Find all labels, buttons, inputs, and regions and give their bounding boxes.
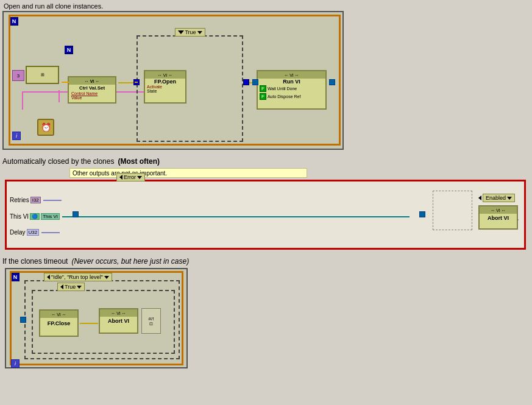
tunnel-right2 [252, 79, 258, 85]
n-terminal-inner: N [65, 46, 73, 54]
wait-until-done-label: Wait Until Done [268, 86, 297, 91]
middle-diagram: Error Retries I32 This VI 🔵 This VI Dela… [5, 180, 526, 250]
delay-type: U32 [27, 229, 40, 236]
error-case-selector[interactable]: Error [116, 173, 145, 181]
abort-vi-bottom-top: ↔ VI ↔ [111, 311, 126, 315]
fp-activate-label: Activate [145, 85, 185, 89]
idle-case-label: "Idle", "Run top level" [51, 274, 103, 280]
fp-close-vi-top: ↔ VI ↔ [51, 312, 66, 317]
middle-subnote: Other outputs are not as important. [69, 168, 307, 178]
fp-close-label: FP.Close [40, 318, 77, 326]
middle-label: Automatically closed by the clones [2, 157, 114, 166]
pink-wire-v [22, 91, 23, 110]
delay-label: Delay [10, 229, 26, 236]
run-vi-node[interactable]: ↔ VI ↔ Run VI F Wait Until Done F Auto D… [257, 70, 327, 110]
abort-vi-terminal: ▪ [517, 217, 519, 222]
thisvi-terminal: 🔵 [30, 213, 40, 220]
tunnel-right [243, 79, 249, 85]
ctrl-value-label: Value [69, 96, 115, 100]
right-nodes: Enabled ↔ VI ↔ Abort VI ▪ [478, 194, 518, 230]
ctrl-name-label: Control Name [69, 91, 115, 96]
retries-row: Retries I32 [10, 197, 62, 203]
i-terminal-bottom: i [12, 132, 21, 140]
error-cluster-icon: ⊡ [149, 322, 153, 326]
middle-header: Automatically closed by the clones (Most… [2, 155, 530, 167]
bottom-note: (Never occurs, but here just in case) [71, 257, 189, 266]
fp-close-node[interactable]: ↔ VI ↔ FP.Close [39, 309, 79, 337]
inner-dashed-box [433, 191, 472, 230]
enabled-left-arrow [478, 195, 481, 200]
idle-case-selector[interactable]: "Idle", "Run top level" [44, 273, 112, 281]
mid-tunnel-right [419, 211, 425, 217]
abort-vi-label-top: ↔ VI ↔ [491, 208, 506, 213]
bottom-label: If the clones timeout [2, 257, 68, 266]
delay-row: Delay U32 [10, 229, 60, 236]
middle-note: (Most often) [118, 157, 160, 166]
fp-open-vi-label: ↔ VI ↔ [158, 73, 173, 77]
true-case-struct: True ↔ VI ↔ FP.Open Activate State [137, 35, 243, 142]
dispose-f-terminal: F [260, 93, 266, 100]
retries-wire [43, 200, 62, 201]
idle-case-struct: "Idle", "Run top level" True ↔ VI ↔ [24, 280, 180, 359]
true-inner-selector[interactable]: True [57, 283, 85, 291]
true-case-selector[interactable]: True [174, 28, 205, 37]
bottom-header: If the clones timeout (Never occurs, but… [2, 255, 530, 267]
orange-wire2 [135, 82, 138, 83]
vi-label: ↔ VI ↔ [85, 79, 100, 83]
pink-wire-v2 [59, 90, 60, 102]
wait-f-terminal: F [260, 85, 266, 92]
timer-node[interactable]: ⏰ [37, 119, 54, 136]
fp-state-label: State [145, 89, 185, 93]
ctrl-val-set-label: Ctrl Val.Set [69, 85, 115, 91]
enabled-selector[interactable]: Enabled [483, 194, 515, 202]
enabled-dropdown-container: Enabled [478, 194, 518, 202]
thisvi-long-wire [62, 216, 410, 217]
bundle-node: ⊞ [26, 66, 59, 84]
enabled-label: Enabled [486, 195, 506, 201]
hash-icon: #/! [149, 316, 154, 322]
abort-vi-label: Abort VI [480, 214, 517, 221]
numeric-3: 3 [12, 70, 24, 81]
error-label: Error [124, 174, 136, 180]
top-diagram: N N 3 ⊞ ⏰ i ↔ VI ↔ [2, 11, 344, 150]
abort-vi-bottom-node[interactable]: ↔ VI ↔ Abort VI [99, 308, 138, 334]
orange-wire1 [62, 82, 69, 83]
abort-vi-bottom-label: Abort VI [100, 317, 137, 324]
bottom-diagram: N "Idle", "Run top level" True [5, 268, 188, 368]
top-annotation: Open and run all clone instances. [2, 2, 530, 10]
auto-dispose-label: Auto Dispose Ref [268, 94, 300, 99]
fp-open-node[interactable]: ↔ VI ↔ FP.Open Activate State [144, 70, 186, 104]
main-container: Open and run all clone instances. N N 3 … [0, 0, 532, 371]
delay-wire [41, 232, 60, 233]
fp-open-label: FP.Open [145, 79, 185, 85]
mid-tunnel-left [73, 211, 79, 217]
ctrl-val-set-node[interactable]: ↔ VI ↔ Ctrl Val.Set Control Name Value [68, 76, 116, 104]
true-label: True [185, 29, 196, 35]
true-inner-case: True ↔ VI ↔ FP.Close [32, 290, 175, 354]
thisvi-label: This VI [10, 213, 29, 220]
retries-type: I32 [30, 197, 41, 203]
tunnel-far-right [329, 79, 335, 85]
error-indicator-bottom: #/! ⊡ [141, 308, 161, 334]
i-terminal-bottom-left: i [11, 359, 20, 368]
retries-label: Retries [10, 197, 29, 203]
bottom-tunnel-left [20, 317, 26, 323]
run-vi-label-top: ↔ VI ↔ [284, 73, 299, 77]
abort-vi-node[interactable]: ↔ VI ↔ Abort VI ▪ [478, 205, 518, 230]
thisvi-type: This VI [41, 213, 60, 220]
bottom-wire [80, 323, 98, 324]
run-vi-label: Run VI [258, 79, 325, 85]
thisvi-row: This VI 🔵 This VI [10, 213, 410, 220]
true-inner-label: True [65, 284, 76, 290]
enabled-dropdown-arrow [507, 197, 512, 200]
